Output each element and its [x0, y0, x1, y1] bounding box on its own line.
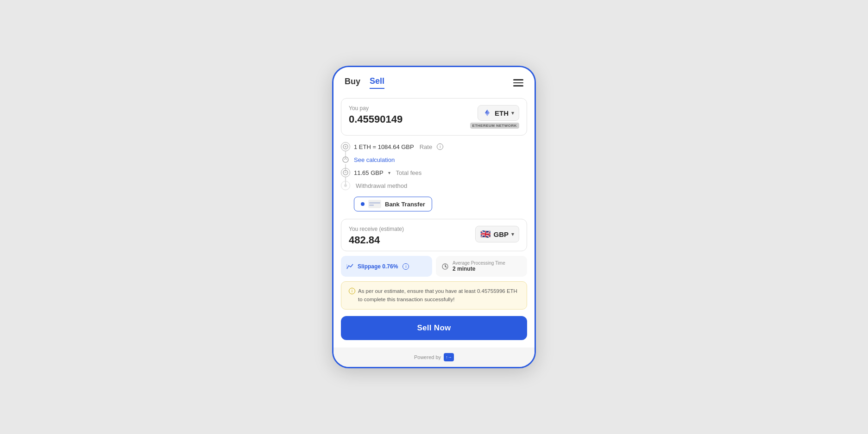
main-content: You pay 0.45590149: [333, 94, 535, 347]
slippage-card: Slippage 0.76% i: [341, 256, 432, 277]
eth-icon: [483, 108, 492, 118]
rate-row: 1 ETH = 1084.64 GBP Rate i: [341, 142, 527, 151]
withdrawal-label: Withdrawal method: [356, 182, 407, 189]
withdrawal-dot-icon: [341, 181, 350, 190]
svg-rect-8: [369, 202, 380, 204]
info-cards-row: Slippage 0.76% i Average Processing Time…: [341, 256, 527, 277]
processing-card: Average Processing Time 2 minute: [436, 256, 527, 277]
pay-label: You pay: [349, 105, 403, 112]
receive-label: You receive (estimate): [349, 226, 404, 232]
calculation-row: See calculation: [341, 155, 527, 164]
slippage-icon: [346, 263, 354, 270]
warning-info-icon: i: [349, 288, 355, 294]
powered-by-text: Powered by: [414, 354, 441, 360]
fees-value: 11.65 GBP: [354, 169, 384, 176]
bank-transfer-text: Bank Transfer: [385, 201, 425, 208]
bank-logo-icon: [368, 200, 381, 208]
network-badge: ETHEREUM NETWORK: [470, 123, 519, 129]
processing-label: Average Processing Time: [453, 260, 505, 266]
rate-dot-icon: [341, 142, 350, 151]
eth-chevron-icon: ▾: [511, 110, 514, 116]
rate-info-icon[interactable]: i: [437, 143, 443, 150]
fees-dot-icon: [341, 168, 350, 177]
slippage-info-icon[interactable]: i: [403, 263, 409, 270]
calc-icon: [341, 155, 350, 164]
pay-left: You pay 0.45590149: [349, 105, 403, 125]
eth-label: ETH: [495, 109, 509, 117]
currency-selector: ETH ▾ ETHEREUM NETWORK: [470, 105, 519, 129]
tab-buy[interactable]: Buy: [345, 77, 360, 88]
bank-dot-icon: [361, 202, 365, 206]
processing-icon: [441, 263, 449, 270]
tab-sell[interactable]: Sell: [370, 76, 384, 89]
rate-text: 1 ETH = 1084.64 GBP: [354, 143, 414, 150]
calc-text[interactable]: See calculation: [354, 156, 395, 163]
sell-now-button[interactable]: Sell Now: [341, 316, 527, 340]
svg-point-5: [343, 157, 348, 162]
fees-chevron-icon[interactable]: ▾: [388, 170, 390, 175]
withdrawal-row: Withdrawal method Bank Transfer: [341, 181, 527, 211]
fees-row: 11.65 GBP ▾ Total fees: [341, 168, 527, 177]
processing-text-block: Average Processing Time 2 minute: [453, 260, 505, 272]
slippage-text: Slippage 0.76%: [358, 263, 398, 270]
hamburger-menu[interactable]: [513, 79, 523, 87]
warning-text: As per our estimate, ensure that you hav…: [358, 287, 520, 304]
info-rows: 1 ETH = 1084.64 GBP Rate i See calculati…: [341, 140, 527, 219]
receive-left: You receive (estimate) 482.84: [349, 226, 404, 246]
header: Buy Sell: [333, 67, 535, 94]
fees-label: Total fees: [396, 169, 422, 176]
rate-label: Rate: [420, 143, 432, 150]
you-receive-card: You receive (estimate) 482.84 🇬🇧 GBP ▾: [341, 219, 527, 251]
gbp-chevron-icon: ▾: [511, 231, 514, 237]
processing-value: 2 minute: [453, 266, 505, 272]
receive-row: You receive (estimate) 482.84 🇬🇧 GBP ▾: [349, 226, 519, 246]
warning-banner: i As per our estimate, ensure that you h…: [341, 281, 527, 310]
footer: Powered by ↑→: [333, 347, 535, 367]
powered-by-logo: ↑→: [444, 353, 454, 361]
svg-rect-9: [369, 205, 374, 206]
svg-rect-7: [368, 200, 381, 208]
gbp-flag-icon: 🇬🇧: [480, 229, 491, 239]
receive-value: 482.84: [349, 234, 404, 246]
pay-row: You pay 0.45590149: [349, 105, 519, 129]
phone-inner: Buy Sell You pay 0.45590149: [333, 67, 535, 367]
gbp-label: GBP: [493, 230, 509, 238]
pay-value: 0.45590149: [349, 113, 403, 125]
gbp-currency-btn[interactable]: 🇬🇧 GBP ▾: [475, 226, 519, 242]
bank-transfer-btn[interactable]: Bank Transfer: [354, 197, 432, 211]
eth-currency-btn[interactable]: ETH ▾: [478, 105, 519, 121]
phone-frame: Buy Sell You pay 0.45590149: [332, 66, 536, 368]
you-pay-card: You pay 0.45590149: [341, 98, 527, 136]
